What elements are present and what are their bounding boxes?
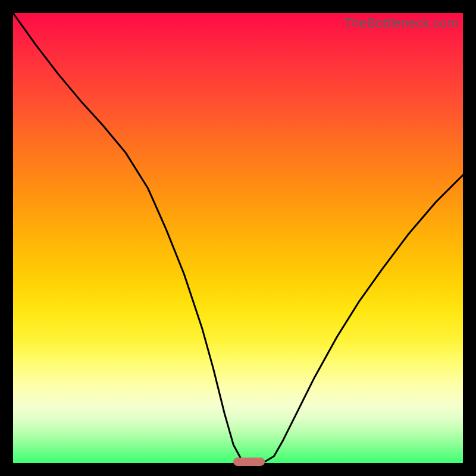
chart-stage: TheBottleneck.com (0, 0, 476, 476)
bottleneck-curve (13, 13, 463, 462)
watermark-text: TheBottleneck.com (344, 15, 458, 31)
curve-layer (13, 13, 463, 463)
plot-area: TheBottleneck.com (13, 13, 463, 463)
optimal-marker (233, 458, 265, 466)
